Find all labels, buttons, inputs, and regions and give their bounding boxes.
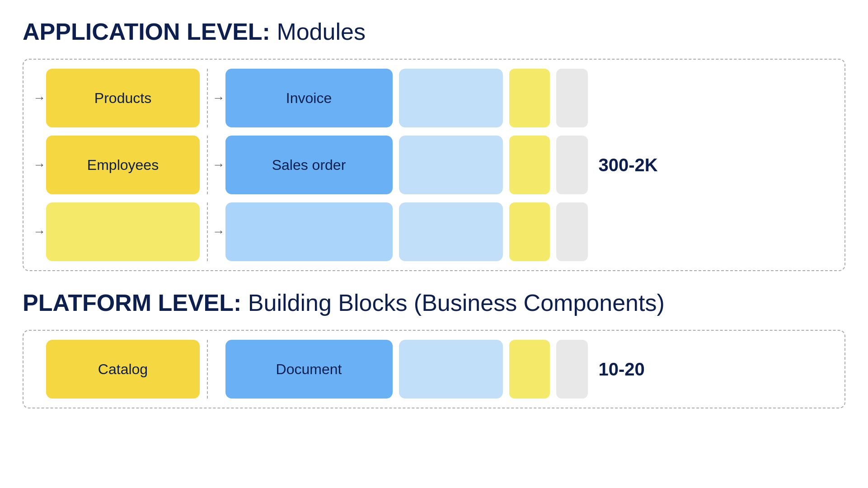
small-yellow-p1 bbox=[509, 340, 550, 399]
arrow-icon-3: → bbox=[33, 158, 46, 172]
arrow-icon-5: → bbox=[33, 225, 46, 239]
app-level-rows: → Products → Invoice → Employees → bbox=[33, 69, 835, 261]
catalog-box: Catalog bbox=[46, 340, 200, 399]
platform-row-1: → Catalog → Document 10-20 bbox=[33, 340, 835, 399]
platform-size-label: 10-20 bbox=[599, 359, 645, 380]
small-gray-2 bbox=[556, 136, 588, 194]
arrow-icon-1: → bbox=[33, 91, 46, 105]
platform-level-section: PLATFORM LEVEL: Building Blocks (Busines… bbox=[23, 289, 845, 408]
small-gray-p1 bbox=[556, 340, 588, 399]
arrow-icon-6: → bbox=[212, 225, 225, 239]
app-row-3: → → bbox=[33, 202, 835, 261]
divider-3 bbox=[207, 202, 208, 261]
light-blue-2 bbox=[399, 136, 503, 194]
light-blue-1 bbox=[399, 69, 503, 127]
divider-p1 bbox=[207, 340, 208, 399]
employees-box: Employees bbox=[46, 136, 200, 194]
salesorder-box: Sales order bbox=[225, 136, 393, 194]
small-gray-3 bbox=[556, 202, 588, 261]
app-size-label: 300-2K bbox=[599, 155, 658, 175]
small-yellow-1 bbox=[509, 69, 550, 127]
empty-yellow-1 bbox=[46, 202, 200, 261]
small-gray-1 bbox=[556, 69, 588, 127]
light-blue-3 bbox=[399, 202, 503, 261]
small-yellow-3 bbox=[509, 202, 550, 261]
arrow-icon-2: → bbox=[212, 91, 225, 105]
document-box: Document bbox=[225, 340, 393, 399]
invoice-box: Invoice bbox=[225, 69, 393, 127]
divider-2 bbox=[207, 136, 208, 194]
small-yellow-2 bbox=[509, 136, 550, 194]
app-row-1: → Products → Invoice bbox=[33, 69, 835, 127]
light-blue-p1 bbox=[399, 340, 503, 399]
arrow-icon-4: → bbox=[212, 158, 225, 172]
platform-level-title: PLATFORM LEVEL: Building Blocks (Busines… bbox=[23, 289, 845, 316]
empty-blue-1 bbox=[225, 202, 393, 261]
app-level-container: → Products → Invoice → Employees → bbox=[23, 59, 845, 271]
platform-level-container: → Catalog → Document 10-20 bbox=[23, 330, 845, 408]
divider-1 bbox=[207, 69, 208, 127]
platform-level-rows: → Catalog → Document 10-20 bbox=[33, 340, 835, 399]
app-row-2: → Employees → Sales order 300-2K bbox=[33, 136, 835, 194]
products-box: Products bbox=[46, 69, 200, 127]
app-level-title: APPLICATION LEVEL: Modules bbox=[23, 18, 845, 45]
